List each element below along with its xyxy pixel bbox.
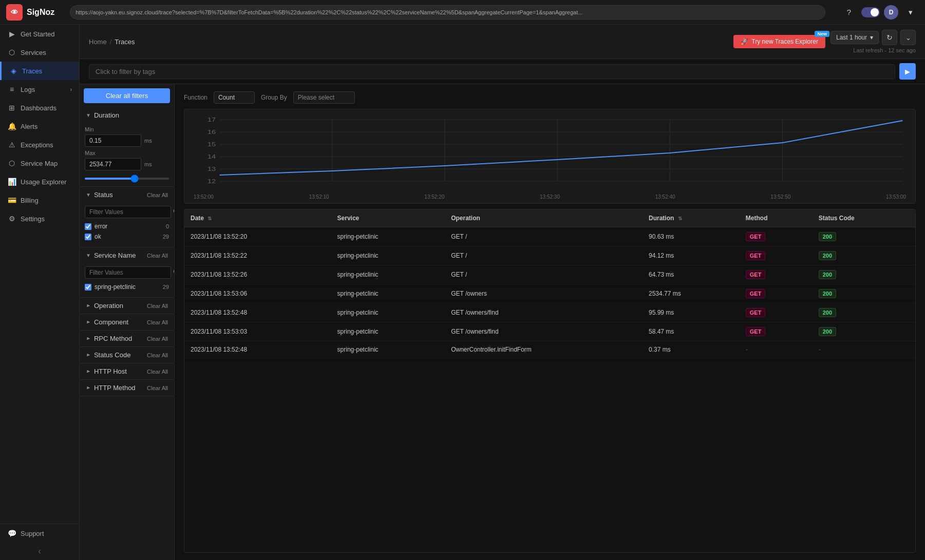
min-duration-input[interactable] <box>85 134 141 147</box>
cell-status-code: 200 <box>813 265 915 284</box>
content-header: Home / Traces 🚀 Try new Traces Explorer … <box>80 25 925 59</box>
http-host-section-header[interactable]: ▼ HTTP Host Clear All <box>80 363 174 379</box>
brand-logo[interactable]: 👁 SigNoz <box>6 4 54 21</box>
status-error-checkbox[interactable] <box>85 223 91 230</box>
operation-section-header[interactable]: ▼ Operation Clear All <box>80 298 174 314</box>
help-button[interactable]: ? <box>841 4 857 21</box>
try-new-button[interactable]: 🚀 Try new Traces Explorer New <box>733 35 825 48</box>
sidebar-item-label: Traces <box>22 67 42 75</box>
sidebar-item-settings[interactable]: ⚙ Settings <box>0 209 79 228</box>
table-row[interactable]: 2023/11/08 13:52:26 spring-petclinic GET… <box>184 265 915 284</box>
status-code-clear-link[interactable]: Clear All <box>147 352 168 358</box>
cell-service: spring-petclinic <box>331 322 445 341</box>
sidebar-item-alerts[interactable]: 🔔 Alerts <box>0 117 79 136</box>
sidebar-item-usage-explorer[interactable]: 📊 Usage Explorer <box>0 172 79 191</box>
chart-controls: Function Count Sum Avg P50 P90 P99 Group… <box>184 91 916 104</box>
cell-operation: OwnerController.initFindForm <box>445 341 643 358</box>
sidebar-item-dashboards[interactable]: ⊞ Dashboards <box>0 99 79 117</box>
function-select[interactable]: Count Sum Avg P50 P90 P99 <box>214 91 255 104</box>
duration-section-header[interactable]: ▼ Duration <box>80 107 174 123</box>
cell-operation: GET / <box>445 246 643 265</box>
sidebar-item-logs[interactable]: ≡ Logs › <box>0 80 79 99</box>
cell-method: GET <box>740 322 813 341</box>
sidebar-item-exceptions[interactable]: ⚠ Exceptions <box>0 136 79 154</box>
status-clear-link[interactable]: Clear All <box>147 192 168 198</box>
status-badge: 200 <box>819 327 836 336</box>
exceptions-icon: ⚠ <box>7 141 16 149</box>
service-petclinic-checkbox[interactable] <box>85 284 91 291</box>
filter-tags-input[interactable] <box>89 64 895 79</box>
status-badge: 200 <box>819 270 836 279</box>
service-name-section-title: Service Name <box>94 252 144 259</box>
cell-duration: 95.99 ms <box>643 303 740 322</box>
left-filter-panel: Clear all filters ▼ Duration Min ms Max <box>80 84 175 560</box>
table-row[interactable]: 2023/11/08 13:52:48 spring-petclinic Own… <box>184 341 915 358</box>
clear-all-filters-button[interactable]: Clear all filters <box>84 88 170 103</box>
group-by-select[interactable]: Please select <box>293 91 355 104</box>
col-status-code: Status Code <box>813 209 915 227</box>
url-bar[interactable]: https://aojo-yakn.eu.signoz.cloud/trace?… <box>70 5 825 20</box>
sidebar-collapse-button[interactable]: ‹ <box>0 543 79 560</box>
avatar[interactable]: D <box>884 5 898 20</box>
filter-section-status: ▼ Status Clear All 🔍 error 0 <box>80 187 174 247</box>
function-label: Function <box>184 94 207 101</box>
http-method-section-header[interactable]: ▼ HTTP Method Clear All <box>80 380 174 396</box>
table-row[interactable]: 2023/11/08 13:53:06 spring-petclinic GET… <box>184 284 915 303</box>
sidebar-item-billing[interactable]: 💳 Billing <box>0 191 79 209</box>
date-sort-icon[interactable]: ⇅ <box>207 216 212 221</box>
panels: Clear all filters ▼ Duration Min ms Max <box>80 84 925 560</box>
sidebar-item-label: Service Map <box>21 160 58 167</box>
status-filter-input[interactable] <box>85 206 171 218</box>
sidebar-item-services[interactable]: ⬡ Services <box>0 43 79 62</box>
time-selector[interactable]: Last 1 hour ▾ <box>830 31 879 44</box>
logo-icon: 👁 <box>6 4 23 21</box>
service-name-filter-input[interactable] <box>85 266 171 279</box>
duration-range-slider[interactable] <box>85 178 169 180</box>
component-section-header[interactable]: ▼ Component Clear All <box>80 314 174 330</box>
cell-duration: 0.37 ms <box>643 341 740 358</box>
cell-status-code: 200 <box>813 246 915 265</box>
operation-clear-link[interactable]: Clear All <box>147 303 168 309</box>
duration-section-body: Min ms Max ms <box>80 123 174 186</box>
rpc-method-section-title: RPC Method <box>94 335 144 342</box>
service-name-clear-link[interactable]: Clear All <box>147 253 168 259</box>
cell-duration: 90.63 ms <box>643 227 740 246</box>
cell-method: GET <box>740 303 813 322</box>
cell-date: 2023/11/08 13:52:20 <box>184 227 331 246</box>
sidebar-item-traces[interactable]: ◈ Traces <box>0 62 79 80</box>
component-clear-link[interactable]: Clear All <box>147 319 168 325</box>
table-row[interactable]: 2023/11/08 13:53:03 spring-petclinic GET… <box>184 322 915 341</box>
service-name-section-header[interactable]: ▼ Service Name Clear All <box>80 247 174 263</box>
status-section-header[interactable]: ▼ Status Clear All <box>80 187 174 203</box>
topbar-more-button[interactable]: ▾ <box>902 4 919 21</box>
rpc-method-clear-link[interactable]: Clear All <box>147 336 168 342</box>
table-row[interactable]: 2023/11/08 13:52:22 spring-petclinic GET… <box>184 246 915 265</box>
chart-container: 17 16 15 14 13 12 <box>184 109 916 204</box>
sidebar-item-service-map[interactable]: ⬡ Service Map <box>0 154 79 172</box>
filter-search-button[interactable]: ▶ <box>899 63 916 80</box>
method-dash: - <box>746 346 748 353</box>
http-host-section-title: HTTP Host <box>94 368 144 375</box>
breadcrumb-home[interactable]: Home <box>89 38 107 46</box>
status-code-section-header[interactable]: ▼ Status Code Clear All <box>80 347 174 363</box>
http-method-section-title: HTTP Method <box>94 384 144 392</box>
rpc-method-section-header[interactable]: ▼ RPC Method Clear All <box>80 331 174 346</box>
duration-sort-icon[interactable]: ⇅ <box>678 216 682 221</box>
cell-service: spring-petclinic <box>331 303 445 322</box>
svg-text:15: 15 <box>207 142 216 147</box>
method-badge: GET <box>746 270 766 279</box>
table-row[interactable]: 2023/11/08 13:52:48 spring-petclinic GET… <box>184 303 915 322</box>
more-button[interactable]: ⌄ <box>900 30 916 45</box>
sidebar-item-get-started[interactable]: ▶ Get Started <box>0 25 79 43</box>
status-error-count: 0 <box>166 223 169 229</box>
http-host-clear-link[interactable]: Clear All <box>147 369 168 375</box>
sidebar-item-support[interactable]: 💬 Support <box>0 524 79 543</box>
table-row[interactable]: 2023/11/08 13:52:20 spring-petclinic GET… <box>184 227 915 246</box>
sidebar-bottom: 💬 Support ‹ <box>0 524 79 560</box>
max-duration-input[interactable] <box>85 158 141 170</box>
http-method-clear-link[interactable]: Clear All <box>147 385 168 391</box>
refresh-button[interactable]: ↻ <box>882 30 897 45</box>
service-petclinic-count: 29 <box>163 284 169 290</box>
theme-toggle[interactable] <box>861 7 880 17</box>
status-ok-checkbox[interactable] <box>85 234 91 240</box>
